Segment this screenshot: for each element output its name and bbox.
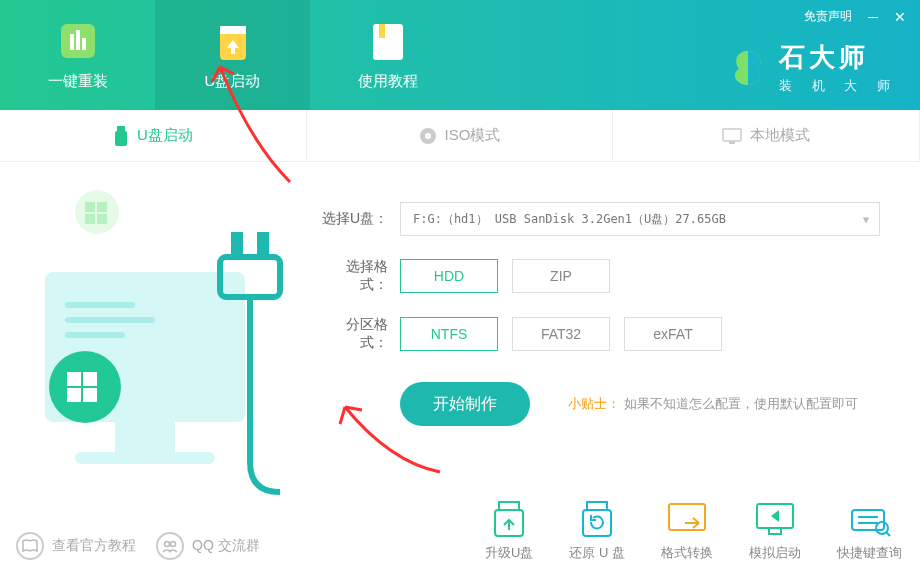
svg-rect-10 [723,129,741,141]
partition-label: 分区格式： [320,316,388,352]
action-simulate-boot[interactable]: 模拟启动 [749,500,801,562]
svg-rect-38 [769,528,781,534]
header: 免责声明 ─ ✕ 一键重装 U盘启动 使用教程 石大师 装 机 大 师 [0,0,920,110]
svg-rect-22 [83,388,97,402]
svg-rect-32 [499,502,519,510]
svg-rect-11 [729,141,735,144]
brand-logo-icon [727,47,769,89]
usb-illustration [15,182,305,512]
svg-rect-30 [257,232,269,257]
simulate-boot-icon [753,500,797,538]
format-opt-hdd[interactable]: HDD [400,259,498,293]
people-icon [156,532,184,560]
svg-point-9 [425,133,431,139]
action-format-convert[interactable]: 格式转换 [661,500,713,562]
footer-link-label: 查看官方教程 [52,537,136,555]
minimize-button[interactable]: ─ [868,9,878,25]
action-hotkey-query[interactable]: 快捷键查询 [837,500,902,562]
content: 选择U盘： F:G:（hd1） USB SanDisk 3.2Gen1（U盘）2… [0,162,920,580]
svg-rect-13 [65,302,135,308]
tip: 小贴士：如果不知道怎么配置，使用默认配置即可 [568,395,858,413]
format-label: 选择格式： [320,258,388,294]
svg-rect-4 [373,24,403,60]
subnav: U盘启动 ISO模式 本地模式 [0,110,920,162]
svg-rect-16 [115,422,175,452]
action-bar: 升级U盘 还原 U 盘 格式转换 模拟启动 快捷键查询 [485,500,902,562]
brand-name: 石大师 [779,40,898,75]
partition-opt-fat32[interactable]: FAT32 [512,317,610,351]
udisk-label: 选择U盘： [320,210,388,228]
action-label: 升级U盘 [485,544,533,562]
chevron-down-icon: ▼ [863,214,869,225]
svg-rect-6 [117,126,125,131]
reinstall-icon [57,20,99,62]
brand: 石大师 装 机 大 师 [727,40,898,95]
form: 选择U盘： F:G:（hd1） USB SanDisk 3.2Gen1（U盘）2… [320,202,890,426]
close-button[interactable]: ✕ [894,9,906,25]
subtab-label: 本地模式 [750,126,810,145]
window-controls: 免责声明 ─ ✕ [804,8,906,25]
iso-icon [419,127,437,145]
svg-rect-5 [379,24,385,38]
footer-link-label: QQ 交流群 [192,537,260,555]
tip-text: 如果不知道怎么配置，使用默认配置即可 [624,396,858,411]
restore-usb-icon [575,500,619,538]
footer-qq-link[interactable]: QQ 交流群 [156,532,260,560]
svg-rect-15 [65,332,125,338]
svg-point-44 [165,542,170,547]
subtab-label: U盘启动 [137,126,193,145]
svg-rect-35 [583,510,611,536]
action-label: 还原 U 盘 [569,544,625,562]
hotkey-query-icon [848,500,892,538]
svg-rect-29 [231,232,243,257]
nav-reinstall[interactable]: 一键重装 [0,0,155,110]
udisk-value: F:G:（hd1） USB SanDisk 3.2Gen1（U盘）27.65GB [413,211,726,228]
disclaimer-link[interactable]: 免责声明 [804,8,852,25]
svg-rect-25 [97,202,107,212]
format-convert-icon [665,500,709,538]
udisk-select[interactable]: F:G:（hd1） USB SanDisk 3.2Gen1（U盘）27.65GB… [400,202,880,236]
nav-label: 一键重装 [48,72,108,91]
svg-rect-27 [97,214,107,224]
brand-subtitle: 装 机 大 师 [779,77,898,95]
start-button[interactable]: 开始制作 [400,382,530,426]
svg-rect-26 [85,214,95,224]
svg-rect-14 [65,317,155,323]
action-label: 快捷键查询 [837,544,902,562]
footer-tutorial-link[interactable]: 查看官方教程 [16,532,136,560]
svg-rect-7 [115,131,127,146]
nav-usb-boot[interactable]: U盘启动 [155,0,310,110]
tutorial-icon [367,20,409,62]
subtab-label: ISO模式 [445,126,501,145]
svg-rect-21 [67,388,81,402]
usb-icon [113,126,129,146]
action-label: 格式转换 [661,544,713,562]
svg-rect-17 [75,452,215,464]
action-restore-usb[interactable]: 还原 U 盘 [569,500,625,562]
nav-tutorial[interactable]: 使用教程 [310,0,465,110]
svg-rect-20 [83,372,97,386]
tip-label: 小贴士： [568,396,620,411]
svg-point-18 [49,351,121,423]
action-upgrade-usb[interactable]: 升级U盘 [485,500,533,562]
partition-opt-ntfs[interactable]: NTFS [400,317,498,351]
svg-rect-2 [76,30,80,50]
subtab-local[interactable]: 本地模式 [613,110,920,161]
nav-label: 使用教程 [358,72,418,91]
usb-boot-icon [212,20,254,62]
partition-opt-exfat[interactable]: exFAT [624,317,722,351]
format-opt-zip[interactable]: ZIP [512,259,610,293]
svg-rect-1 [70,34,74,50]
subtab-iso[interactable]: ISO模式 [307,110,614,161]
svg-rect-39 [852,510,884,530]
book-icon [16,532,44,560]
nav-label: U盘启动 [205,72,261,91]
svg-rect-19 [67,372,81,386]
svg-line-43 [886,532,890,536]
svg-point-45 [171,542,176,547]
svg-rect-24 [85,202,95,212]
svg-rect-34 [587,502,607,510]
footer-links: 查看官方教程 QQ 交流群 [16,532,260,560]
svg-rect-36 [669,504,705,530]
subtab-usb-boot[interactable]: U盘启动 [0,110,307,161]
